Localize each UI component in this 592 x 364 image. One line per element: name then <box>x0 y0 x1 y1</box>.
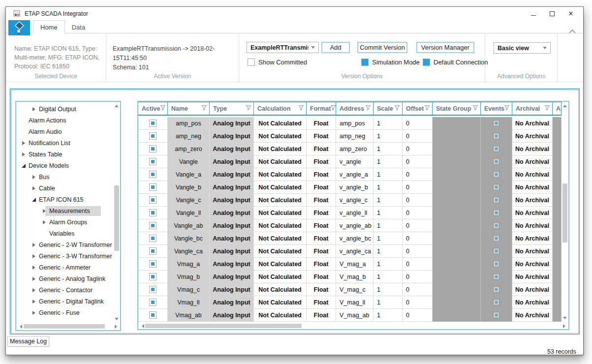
cell-scale[interactable]: 1 <box>374 117 403 130</box>
cell-active[interactable] <box>138 194 168 207</box>
grid-row-Vangle_a[interactable]: Vangle_aAnalog InputNot CalculatedFloatv… <box>138 168 561 181</box>
cell-calculation[interactable]: Not Calculated <box>254 283 307 296</box>
cell-scale[interactable]: 1 <box>374 181 403 194</box>
column-header-type[interactable]: Type <box>210 102 254 115</box>
cell-offset[interactable]: 0 <box>403 271 433 283</box>
expander-collapsed-icon[interactable] <box>31 300 37 303</box>
filter-funnel-icon[interactable] <box>425 105 430 112</box>
cell-calculation[interactable]: Not Calculated <box>254 207 307 219</box>
cell-offset[interactable]: 0 <box>403 117 433 130</box>
cell-address[interactable]: v_angle_a <box>336 168 374 181</box>
filter-funnel-icon[interactable] <box>366 105 371 112</box>
cell-archival[interactable]: No Archival <box>512 168 553 181</box>
maximize-button[interactable] <box>543 7 561 20</box>
cell-offset[interactable]: 0 <box>403 309 433 322</box>
tree-item-alarm-groups[interactable]: Alarm Groups <box>17 216 112 228</box>
active-checkbox[interactable] <box>149 247 156 255</box>
cell-active[interactable] <box>138 117 168 130</box>
expander-collapsed-icon[interactable] <box>31 175 37 179</box>
cell-format[interactable]: Float <box>307 296 336 309</box>
filter-funnel-icon[interactable] <box>331 105 336 112</box>
grid-row-Vmag_ab[interactable]: Vmag_abAnalog InputNot CalculatedFloatV_… <box>138 309 561 322</box>
message-log-button[interactable]: Message Log <box>7 336 49 347</box>
cell-format[interactable]: Float <box>307 130 336 143</box>
cell-scale[interactable]: 1 <box>374 219 403 232</box>
cell-offset[interactable]: 0 <box>403 207 433 219</box>
cell-calculation[interactable]: Not Calculated <box>254 296 307 309</box>
filter-funnel-icon[interactable] <box>545 105 550 112</box>
column-header-calculation[interactable]: Calculation <box>254 102 307 115</box>
scroll-up-button[interactable] <box>113 103 120 109</box>
expander-collapsed-icon[interactable] <box>21 152 27 156</box>
minimize-button[interactable] <box>524 7 543 20</box>
close-button[interactable]: ✕ <box>561 7 580 20</box>
filter-funnel-icon[interactable] <box>246 105 251 112</box>
expander-collapsed-icon[interactable] <box>31 311 37 315</box>
tree-item-alarm-actions[interactable]: Alarm Actions <box>17 115 112 126</box>
tree-item-notification-list[interactable]: Notification List <box>17 137 112 149</box>
tree-item-generic-3-w-transformer[interactable]: Generic - 3-W Transformer <box>17 250 112 262</box>
cell-format[interactable]: Float <box>307 283 336 296</box>
cell-active[interactable] <box>138 168 168 181</box>
cell-archival[interactable]: No Archival <box>512 219 553 232</box>
cell-active[interactable] <box>138 258 168 271</box>
cell-calculation[interactable]: Not Calculated <box>254 117 307 130</box>
tree-item-alarm-audio[interactable]: Alarm Audio <box>17 126 112 137</box>
grid-row-Vangle_ca[interactable]: Vangle_caAnalog InputNot CalculatedFloat… <box>138 245 561 258</box>
expander-collapsed-icon[interactable] <box>31 254 37 258</box>
cell-offset[interactable]: 0 <box>403 258 433 271</box>
cell-address[interactable]: amp_pos <box>336 117 374 130</box>
column-header-address[interactable]: Address <box>336 102 374 115</box>
scroll-up-button[interactable] <box>561 103 568 109</box>
cell-scale[interactable]: 1 <box>374 232 403 245</box>
cell-format[interactable]: Float <box>307 309 336 322</box>
active-checkbox[interactable] <box>149 120 156 127</box>
add-button[interactable]: Add <box>321 42 350 53</box>
cell-active[interactable] <box>138 296 168 309</box>
cell-archival[interactable]: No Archival <box>512 194 553 207</box>
grid-vertical-scrollbar[interactable] <box>561 102 568 322</box>
cell-archival[interactable]: No Archival <box>512 117 553 130</box>
tree-item-generic-ammeter[interactable]: Generic - Ammeter <box>17 262 112 273</box>
cell-offset[interactable]: 0 <box>403 181 433 194</box>
simulation-mode-checkbox[interactable]: Simulation Mode <box>361 59 420 66</box>
cell-calculation[interactable]: Not Calculated <box>254 245 307 258</box>
cell-calculation[interactable]: Not Calculated <box>254 181 307 194</box>
cell-format[interactable]: Float <box>307 194 336 207</box>
expander-collapsed-icon[interactable] <box>31 288 37 292</box>
show-committed-checkbox[interactable]: Show Committed <box>248 59 307 66</box>
grid-row-Vmag_b[interactable]: Vmag_bAnalog InputNot CalculatedFloatV_m… <box>138 271 561 283</box>
cell-active[interactable] <box>138 245 168 258</box>
cell-format[interactable]: Float <box>307 168 336 181</box>
scrollbar-thumb[interactable] <box>145 324 302 328</box>
scrollbar-thumb[interactable] <box>114 185 119 251</box>
tree-item-etap-icon-615[interactable]: ETAP ICON 615 <box>17 194 112 205</box>
cell-scale[interactable]: 1 <box>374 271 403 283</box>
cell-offset[interactable]: 0 <box>403 168 433 181</box>
tree-item-cable[interactable]: Cable <box>17 182 112 194</box>
cell-scale[interactable]: 1 <box>374 258 403 271</box>
etap-logo[interactable] <box>8 20 30 35</box>
tree-item-states-table[interactable]: States Table <box>17 149 112 160</box>
cell-scale[interactable]: 1 <box>374 309 403 322</box>
cell-active[interactable] <box>138 283 168 296</box>
cell-offset[interactable]: 0 <box>403 245 433 258</box>
cell-calculation[interactable]: Not Calculated <box>254 194 307 207</box>
active-checkbox[interactable] <box>149 299 156 306</box>
cell-address[interactable]: V_mag_ll <box>336 296 374 309</box>
cell-address[interactable]: V_mag_c <box>336 283 374 296</box>
cell-offset[interactable]: 0 <box>403 296 433 309</box>
cell-archival[interactable]: No Archival <box>512 232 553 245</box>
version-select[interactable]: ExampleRTTransmiss... <box>247 42 319 53</box>
filter-funnel-icon[interactable] <box>473 105 478 112</box>
collapse-ribbon-button[interactable] <box>568 27 577 33</box>
cell-address[interactable]: v_angle_bc <box>336 232 374 245</box>
column-header-scale[interactable]: Scale <box>374 102 403 115</box>
cell-calculation[interactable]: Not Calculated <box>254 219 307 232</box>
tree-item-digital-output[interactable]: Digital Output <box>17 103 112 115</box>
cell-scale[interactable]: 1 <box>374 168 403 181</box>
cell-address[interactable]: V_mag_ab <box>336 309 374 322</box>
cell-address[interactable]: amp_zero <box>336 143 374 155</box>
cell-scale[interactable]: 1 <box>374 245 403 258</box>
cell-archival[interactable]: No Archival <box>512 245 553 258</box>
